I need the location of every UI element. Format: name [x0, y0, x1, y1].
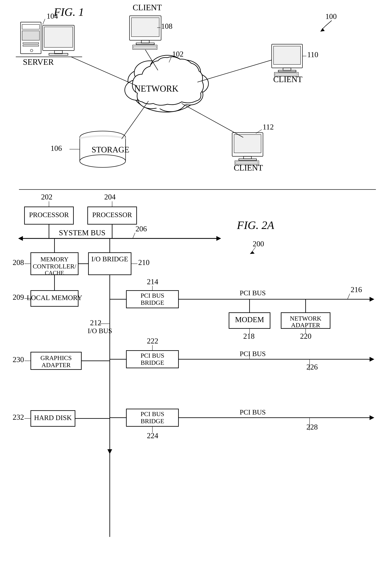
pci-bridge-224-label: PCI BUS [141, 410, 164, 417]
svg-line-14 [43, 19, 45, 24]
svg-rect-4 [22, 24, 40, 29]
ref-112: 112 [263, 123, 274, 131]
ref-102: 102 [172, 50, 184, 58]
svg-point-8 [30, 49, 33, 52]
client-bottom-label: CLIENT [234, 163, 263, 172]
pci-bus-3-label: PCI BUS [240, 408, 266, 416]
processor-204-label: PROCESSOR [92, 211, 132, 219]
client-top-label: CLIENT [133, 3, 162, 12]
svg-line-54 [71, 57, 137, 86]
network-label: NETWORK [134, 84, 179, 93]
fig1-title: FIG. 1 [54, 6, 84, 18]
svg-rect-5 [22, 31, 40, 40]
pci-bus-216-label: PCI BUS [240, 289, 266, 297]
memory-controller-label2: CONTROLLER/ [33, 263, 76, 270]
pci-bridge-214-label: PCI BUS [141, 292, 164, 299]
svg-line-0 [325, 20, 332, 26]
page: FIG. 1 100 104 SERVER [0, 0, 392, 574]
network-adapter-label: NETWORK [290, 315, 321, 322]
pci-bridge-224-label2: BRIDGE [141, 417, 164, 425]
ref-216: 216 [351, 285, 362, 294]
svg-marker-67 [18, 236, 23, 241]
hard-disk-label: HARD DISK [34, 414, 72, 422]
ref-106: 106 [51, 144, 62, 152]
server-label: SERVER [23, 58, 54, 66]
ref-104: 104 [47, 12, 58, 20]
memory-controller-label: MEMORY [41, 256, 69, 263]
storage-label: STORAGE [92, 145, 129, 154]
ref-226: 226 [306, 363, 318, 371]
system-bus-label: SYSTEM BUS [59, 228, 105, 237]
ref-212: 212 [90, 319, 101, 327]
svg-rect-10 [44, 27, 73, 47]
io-bus-label: I/O BUS [88, 327, 112, 335]
ref-110: 110 [307, 50, 318, 59]
svg-rect-23 [273, 46, 301, 64]
ref-220: 220 [300, 332, 311, 340]
ref-208: 208 [13, 258, 24, 266]
pci-bridge-222-label: PCI BUS [141, 352, 164, 359]
pci-bus-2-label: PCI BUS [240, 350, 266, 358]
ref-210: 210 [138, 258, 150, 266]
pci-bridge-214-label2: BRIDGE [141, 299, 164, 306]
ref-222: 222 [147, 337, 158, 345]
svg-line-56 [197, 60, 272, 82]
svg-point-52 [80, 155, 125, 167]
svg-rect-18 [136, 43, 154, 44]
svg-rect-17 [141, 40, 149, 43]
ref-209: 209 [13, 293, 24, 301]
ref-108: 108 [161, 22, 172, 30]
processor-202-label: PROCESSOR [29, 211, 69, 219]
svg-line-57 [122, 101, 148, 139]
graphics-adapter-label2: ADAPTER [41, 361, 71, 369]
ref-202: 202 [41, 193, 52, 201]
ref-100: 100 [325, 12, 337, 20]
network-adapter-label2: ADAPTER [291, 322, 320, 328]
svg-rect-7 [23, 45, 39, 46]
graphics-adapter-label: GRAPHICS [41, 354, 72, 361]
network-cloud: NETWORK [125, 55, 208, 112]
ref-218: 218 [243, 332, 255, 340]
ref-230: 230 [13, 355, 24, 364]
ref-200: 200 [253, 240, 264, 248]
svg-marker-113 [370, 415, 374, 420]
svg-marker-116 [107, 449, 112, 454]
svg-rect-16 [131, 18, 159, 37]
svg-rect-32 [239, 159, 256, 161]
client-right-label: CLIENT [273, 75, 302, 84]
ref-224: 224 [147, 431, 158, 440]
svg-rect-6 [23, 43, 39, 44]
ref-214: 214 [147, 277, 158, 286]
modem-label: MODEM [235, 315, 264, 324]
svg-marker-103 [370, 357, 374, 362]
svg-rect-25 [278, 70, 296, 72]
svg-rect-30 [234, 135, 261, 153]
ref-228: 228 [306, 423, 318, 431]
svg-line-89 [348, 294, 350, 299]
ref-232: 232 [13, 413, 24, 421]
diagram-svg: FIG. 1 100 104 SERVER [0, 0, 392, 574]
io-bridge-label: I/O BRIDGE [91, 255, 128, 263]
svg-line-58 [182, 103, 243, 137]
pci-bridge-222-label2: BRIDGE [141, 359, 164, 366]
svg-marker-68 [216, 236, 221, 241]
fig2a-title: FIG. 2A [237, 219, 274, 231]
ref-206: 206 [136, 225, 147, 233]
svg-rect-31 [244, 156, 251, 159]
svg-marker-88 [370, 297, 374, 302]
svg-marker-2 [320, 28, 325, 32]
svg-line-69 [133, 233, 135, 238]
ref-204: 204 [104, 193, 116, 201]
svg-marker-61 [250, 251, 255, 254]
local-memory-label: LOCAL MEMORY [27, 294, 82, 302]
svg-rect-20 [133, 46, 156, 48]
